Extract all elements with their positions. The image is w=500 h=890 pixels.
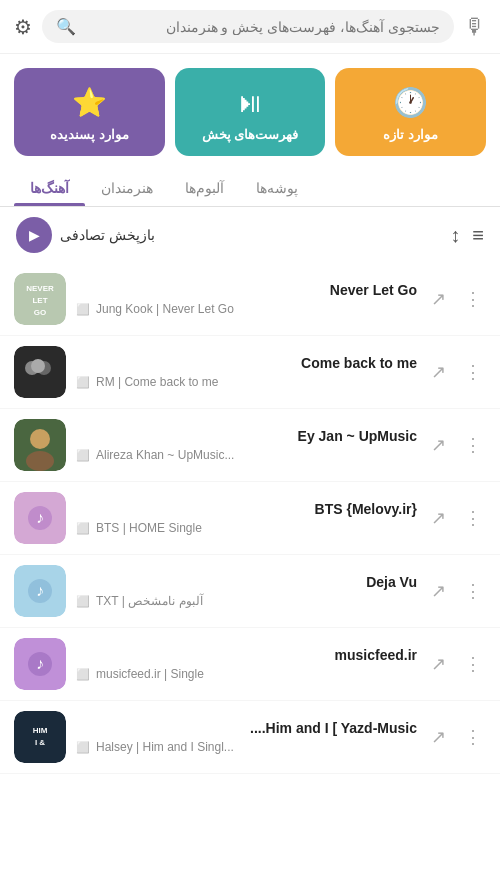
random-play-button[interactable]: بازپخش تصادفی ▶ bbox=[16, 217, 155, 253]
song-item[interactable]: HIM & I Him and I [ Yazd-Music.... Halse… bbox=[0, 701, 500, 774]
song-meta: TXT | آلبوم نامشخص ⬜ bbox=[76, 594, 417, 608]
more-icon[interactable]: ⋮ bbox=[460, 503, 486, 533]
card-favorites[interactable]: ⭐ موارد پسندیده bbox=[14, 68, 165, 156]
song-item[interactable]: Ey Jan ~ UpMusic Alireza Khan ~ UpMusic.… bbox=[0, 409, 500, 482]
tab-songs[interactable]: آهنگ‌ها bbox=[14, 170, 85, 206]
song-meta-text: BTS | HOME Single bbox=[96, 521, 202, 535]
song-title: Never Let Go bbox=[76, 282, 417, 298]
song-item[interactable]: ♪ musicfeed.ir musicfeed.ir | Single ⬜ ↗… bbox=[0, 628, 500, 701]
svg-text:NEVER: NEVER bbox=[26, 284, 54, 293]
song-info: Ey Jan ~ UpMusic Alireza Khan ~ UpMusic.… bbox=[76, 428, 417, 462]
search-input[interactable] bbox=[84, 19, 440, 35]
play-icon: ▶ bbox=[29, 227, 40, 243]
more-icon[interactable]: ⋮ bbox=[460, 284, 486, 314]
share-icon[interactable]: ↗ bbox=[427, 576, 450, 606]
svg-text:GO: GO bbox=[34, 308, 46, 317]
tab-artists[interactable]: هنرمندان bbox=[85, 170, 169, 206]
more-icon[interactable]: ⋮ bbox=[460, 649, 486, 679]
song-meta: Jung Kook | Never Let Go ⬜ bbox=[76, 302, 417, 316]
song-list: NEVER LET GO Never Let Go Jung Kook | Ne… bbox=[0, 263, 500, 774]
search-icon: 🔍 bbox=[56, 17, 76, 36]
song-item[interactable]: ♪ Deja Vu TXT | آلبوم نامشخص ⬜ ↗ ⋮ bbox=[0, 555, 500, 628]
device-icon: ⬜ bbox=[76, 741, 90, 754]
card-playlists[interactable]: ⏯ فهرست‌های پخش bbox=[175, 68, 326, 156]
song-info: musicfeed.ir musicfeed.ir | Single ⬜ bbox=[76, 647, 417, 681]
favorites-label: موارد پسندیده bbox=[50, 127, 129, 142]
share-icon[interactable]: ↗ bbox=[427, 357, 450, 387]
song-thumbnail: HIM & I bbox=[14, 711, 66, 763]
svg-point-9 bbox=[30, 429, 50, 449]
song-title: BTS {Melovy.ir} bbox=[76, 501, 417, 517]
toolbar: بازپخش تصادفی ▶ ≡ ↕ bbox=[0, 207, 500, 263]
more-icon[interactable]: ⋮ bbox=[460, 576, 486, 606]
svg-text:♪: ♪ bbox=[36, 582, 44, 599]
song-info: Come back to me RM | Come back to me ⬜ bbox=[76, 355, 417, 389]
song-thumbnail: ♪ bbox=[14, 492, 66, 544]
song-meta: musicfeed.ir | Single ⬜ bbox=[76, 667, 417, 681]
device-icon: ⬜ bbox=[76, 668, 90, 681]
svg-text:& I: & I bbox=[35, 738, 45, 747]
svg-point-10 bbox=[26, 451, 54, 471]
favorites-icon: ⭐ bbox=[72, 86, 107, 119]
song-item[interactable]: Come back to me RM | Come back to me ⬜ ↗… bbox=[0, 336, 500, 409]
song-meta: Alireza Khan ~ UpMusic... ⬜ bbox=[76, 448, 417, 462]
song-meta: BTS | HOME Single ⬜ bbox=[76, 521, 417, 535]
more-icon[interactable]: ⋮ bbox=[460, 357, 486, 387]
song-title: Come back to me bbox=[76, 355, 417, 371]
playlists-icon: ⏯ bbox=[236, 86, 264, 119]
device-icon: ⬜ bbox=[76, 449, 90, 462]
card-recent[interactable]: 🕐 موارد تازه bbox=[335, 68, 486, 156]
playlists-label: فهرست‌های پخش bbox=[202, 127, 299, 142]
song-meta-text: RM | Come back to me bbox=[96, 375, 218, 389]
song-item[interactable]: NEVER LET GO Never Let Go Jung Kook | Ne… bbox=[0, 263, 500, 336]
filter-list-icon[interactable]: ≡ bbox=[472, 224, 484, 247]
song-title: Ey Jan ~ UpMusic bbox=[76, 428, 417, 444]
device-icon: ⬜ bbox=[76, 303, 90, 316]
more-icon[interactable]: ⋮ bbox=[460, 722, 486, 752]
song-info: Deja Vu TXT | آلبوم نامشخص ⬜ bbox=[76, 574, 417, 608]
svg-point-7 bbox=[31, 359, 45, 373]
song-title: Deja Vu bbox=[76, 574, 417, 590]
tabs: آهنگ‌ها هنرمندان آلبوم‌ها پوشه‌ها bbox=[0, 170, 500, 207]
song-meta: Halsey | Him and I Singl... ⬜ bbox=[76, 740, 417, 754]
song-info: BTS {Melovy.ir} BTS | HOME Single ⬜ bbox=[76, 501, 417, 535]
song-meta-text: Halsey | Him and I Singl... bbox=[96, 740, 234, 754]
tab-covers[interactable]: پوشه‌ها bbox=[240, 170, 314, 206]
song-meta-text: musicfeed.ir | Single bbox=[96, 667, 204, 681]
recent-label: موارد تازه bbox=[383, 127, 438, 142]
svg-text:LET: LET bbox=[32, 296, 47, 305]
filter-icon[interactable]: ⚙ bbox=[14, 15, 32, 39]
random-play-label: بازپخش تصادفی bbox=[60, 227, 155, 243]
mic-icon[interactable]: 🎙 bbox=[464, 14, 486, 40]
share-icon[interactable]: ↗ bbox=[427, 503, 450, 533]
search-bar: 🎙 🔍 ⚙ bbox=[0, 0, 500, 54]
song-info: Him and I [ Yazd-Music.... Halsey | Him … bbox=[76, 720, 417, 754]
song-info: Never Let Go Jung Kook | Never Let Go ⬜ bbox=[76, 282, 417, 316]
song-meta: RM | Come back to me ⬜ bbox=[76, 375, 417, 389]
sort-icon[interactable]: ↕ bbox=[450, 224, 460, 247]
share-icon[interactable]: ↗ bbox=[427, 722, 450, 752]
song-meta-text: TXT | آلبوم نامشخص bbox=[96, 594, 203, 608]
share-icon[interactable]: ↗ bbox=[427, 430, 450, 460]
song-thumbnail: ♪ bbox=[14, 638, 66, 690]
svg-text:HIM: HIM bbox=[33, 726, 48, 735]
toolbar-icons: ≡ ↕ bbox=[450, 224, 484, 247]
svg-rect-20 bbox=[14, 711, 66, 763]
more-icon[interactable]: ⋮ bbox=[460, 430, 486, 460]
song-title: musicfeed.ir bbox=[76, 647, 417, 663]
share-icon[interactable]: ↗ bbox=[427, 284, 450, 314]
song-thumbnail bbox=[14, 419, 66, 471]
svg-text:♪: ♪ bbox=[36, 509, 44, 526]
device-icon: ⬜ bbox=[76, 522, 90, 535]
svg-text:♪: ♪ bbox=[36, 655, 44, 672]
play-circle-button[interactable]: ▶ bbox=[16, 217, 52, 253]
song-thumbnail bbox=[14, 346, 66, 398]
song-meta-text: Jung Kook | Never Let Go bbox=[96, 302, 234, 316]
category-cards: ⭐ موارد پسندیده ⏯ فهرست‌های پخش 🕐 موارد … bbox=[0, 54, 500, 170]
song-item[interactable]: ♪ BTS {Melovy.ir} BTS | HOME Single ⬜ ↗ … bbox=[0, 482, 500, 555]
song-thumbnail: ♪ bbox=[14, 565, 66, 617]
search-container[interactable]: 🔍 bbox=[42, 10, 454, 43]
recent-icon: 🕐 bbox=[393, 86, 428, 119]
share-icon[interactable]: ↗ bbox=[427, 649, 450, 679]
tab-albums[interactable]: آلبوم‌ها bbox=[169, 170, 240, 206]
